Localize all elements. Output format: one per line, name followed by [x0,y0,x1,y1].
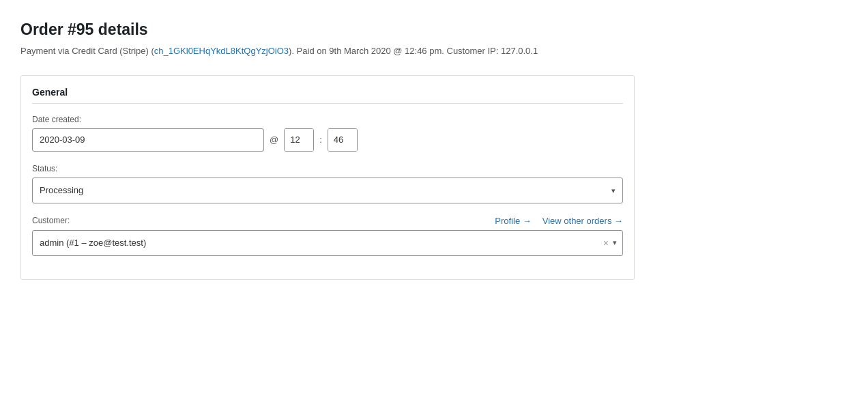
subtitle-after-link: ). Paid on 9th March 2020 @ 12:46 pm. Cu… [289,46,538,56]
view-other-orders-link[interactable]: View other orders → [542,216,623,226]
date-created-field: Date created: @ : [32,115,623,152]
section-title: General [32,87,623,104]
date-label: Date created: [32,115,623,124]
date-row: @ : [32,128,623,152]
minute-spinner-wrapper [328,128,358,152]
stripe-transaction-link[interactable]: ch_1GKl0EHqYkdL8KtQgYzjOiO3 [154,46,289,56]
minute-input[interactable] [328,129,357,151]
subtitle-before-link: Payment via Credit Card (Stripe) ( [20,46,154,56]
profile-link[interactable]: Profile → [495,216,531,226]
hour-input[interactable] [285,129,313,151]
customer-label: Customer: [32,216,70,225]
status-label: Status: [32,164,623,173]
status-select[interactable]: Pending payment Processing On hold Compl… [33,178,622,203]
hour-spinner-wrapper [284,128,314,152]
general-section: General Date created: @ : Status: Pend [20,75,635,280]
customer-dropdown-arrow-icon[interactable]: ▾ [613,238,617,247]
customer-links: Profile → View other orders → [495,216,623,226]
customer-controls: × ▾ [603,238,622,248]
customer-clear-button[interactable]: × [603,238,609,248]
customer-field: Customer: Profile → View other orders → … [32,216,623,256]
customer-select-wrapper: admin (#1 – zoe@test.test) × ▾ [32,230,623,256]
order-subtitle: Payment via Credit Card (Stripe) (ch_1GK… [20,44,635,59]
date-input[interactable] [32,128,264,152]
customer-row: Customer: Profile → View other orders → [32,216,623,226]
colon-symbol: : [319,135,322,145]
page-container: Order #95 details Payment via Credit Car… [20,20,635,280]
customer-value: admin (#1 – zoe@test.test) [33,234,603,252]
page-title: Order #95 details [20,20,635,39]
status-field: Status: Pending payment Processing On ho… [32,164,623,203]
at-symbol: @ [270,135,278,145]
status-select-wrapper: Pending payment Processing On hold Compl… [32,178,623,203]
